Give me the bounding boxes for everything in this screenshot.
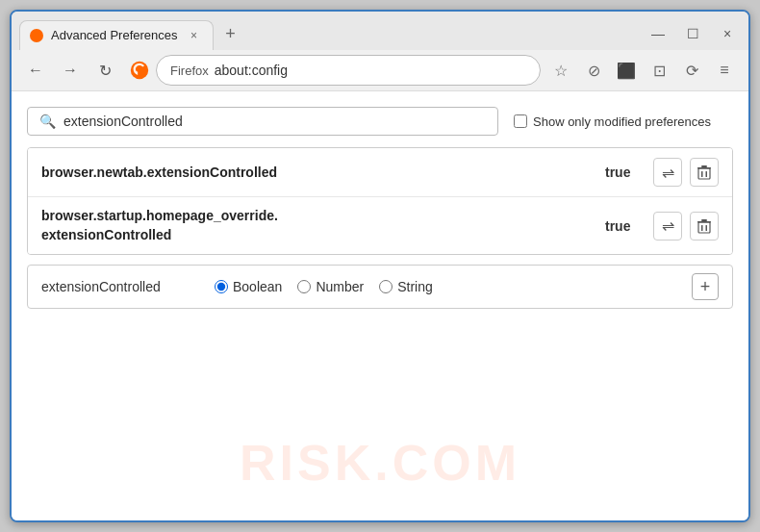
tab-title: Advanced Preferences	[51, 28, 178, 42]
svg-rect-10	[701, 219, 707, 221]
row-1-actions: ⇌	[653, 158, 719, 187]
forward-button[interactable]: →	[56, 56, 85, 85]
add-pref-row: extensionControlled Boolean Number Strin…	[27, 265, 733, 309]
pref-value-1: true	[605, 165, 644, 180]
firefox-logo-icon	[129, 60, 150, 81]
sync-button[interactable]: ⟳	[677, 56, 706, 85]
svg-rect-7	[701, 225, 703, 231]
pref-name-1: browser.newtab.extensionControlled	[41, 165, 595, 180]
maximize-button[interactable]: ☐	[679, 20, 706, 47]
menu-button[interactable]: ≡	[710, 56, 739, 85]
type-radio-group: Boolean Number String	[215, 279, 433, 294]
svg-rect-2	[701, 171, 703, 177]
results-table: browser.newtab.extensionControlled true …	[27, 147, 733, 255]
trash-icon	[697, 218, 711, 234]
table-row: browser.newtab.extensionControlled true …	[28, 148, 732, 197]
row-2-actions: ⇌	[653, 212, 719, 241]
active-tab[interactable]: Advanced Preferences ×	[19, 20, 214, 50]
search-icon: 🔍	[39, 114, 56, 129]
watermark: RISK.COM	[240, 434, 520, 492]
minimize-button[interactable]: —	[645, 20, 671, 47]
svg-rect-5	[701, 165, 707, 167]
window-controls: — ☐ ×	[645, 20, 741, 47]
search-input-wrapper: 🔍	[27, 107, 498, 136]
refresh-button[interactable]: ↻	[90, 56, 119, 85]
nav-bar: ← → ↻ Firefox about:config ☆ ⊘ ⬛ ⊡ ⟳ ≡	[12, 50, 748, 91]
extension-button[interactable]: ⬛	[612, 56, 641, 85]
number-label: Number	[316, 279, 364, 294]
string-radio-item: String	[379, 279, 433, 294]
svg-rect-4	[697, 167, 711, 169]
string-label: String	[397, 279, 433, 294]
nav-icons: ☆ ⊘ ⬛ ⊡ ⟳ ≡	[546, 56, 739, 85]
new-pref-name: extensionControlled	[41, 279, 195, 294]
string-radio[interactable]	[379, 280, 393, 293]
close-button[interactable]: ×	[714, 20, 741, 47]
bookmark-button[interactable]: ☆	[546, 56, 575, 85]
show-modified-label: Show only modified preferences	[533, 114, 711, 129]
new-tab-button[interactable]: +	[217, 20, 244, 47]
address-bar[interactable]: Firefox about:config	[156, 55, 541, 86]
back-button[interactable]: ←	[21, 56, 50, 85]
table-row: browser.startup.homepage_override.extens…	[28, 197, 732, 254]
shield-button[interactable]: ⊡	[645, 56, 673, 85]
svg-rect-8	[706, 225, 708, 231]
pref-value-2: true	[605, 218, 644, 234]
tab-close-button[interactable]: ×	[186, 27, 203, 44]
delete-button-2[interactable]	[690, 212, 719, 241]
search-container: 🔍 Show only modified preferences	[27, 107, 733, 136]
number-radio-item: Number	[297, 279, 364, 294]
svg-rect-3	[706, 171, 708, 177]
svg-rect-6	[698, 222, 710, 233]
show-modified-checkbox[interactable]	[514, 114, 527, 128]
boolean-radio[interactable]	[215, 280, 228, 293]
number-radio[interactable]	[297, 280, 311, 293]
boolean-radio-item: Boolean	[215, 279, 282, 294]
address-text: about:config	[215, 63, 526, 78]
search-input[interactable]	[63, 114, 486, 129]
pocket-button[interactable]: ⊘	[579, 56, 608, 85]
delete-button-1[interactable]	[690, 158, 719, 187]
content-area: RISK.COM 🔍 Show only modified preference…	[12, 91, 748, 520]
swap-button-1[interactable]: ⇌	[653, 158, 682, 187]
svg-rect-1	[698, 168, 710, 179]
svg-rect-9	[697, 221, 711, 223]
title-bar: Advanced Preferences × + — ☐ ×	[12, 12, 748, 50]
browser-window: Advanced Preferences × + — ☐ × ← → ↻ Fir…	[10, 10, 750, 522]
swap-button-2[interactable]: ⇌	[653, 212, 682, 241]
trash-icon	[697, 165, 711, 180]
add-pref-button[interactable]: +	[692, 273, 719, 300]
browser-brand: Firefox	[170, 63, 209, 78]
pref-name-2: browser.startup.homepage_override.extens…	[41, 207, 595, 244]
show-modified-container: Show only modified preferences	[514, 114, 711, 129]
boolean-label: Boolean	[233, 279, 282, 294]
tab-favicon	[30, 29, 43, 42]
